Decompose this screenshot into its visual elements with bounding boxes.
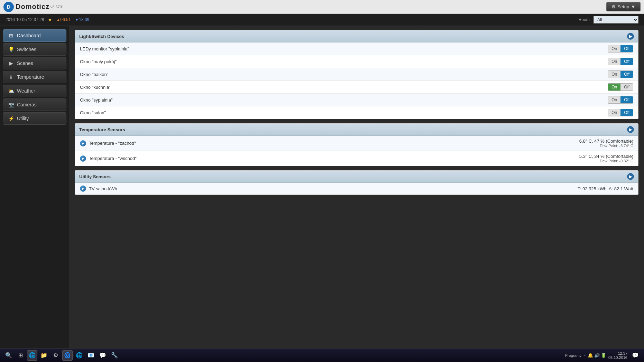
temperature-panel: Temperature Sensors ▶ ▶ Temperatura - "z… [75, 123, 638, 166]
setup-button[interactable]: ⚙ Setup ▼ [606, 2, 641, 11]
chrome-taskbar-button[interactable]: 🌀 [62, 350, 73, 361]
sensor-sub-value: Dew Point: -3.74° C [579, 144, 633, 148]
toggle-group: On Off [608, 83, 633, 91]
sidebar-item-utility[interactable]: ⚡ Utility [3, 112, 66, 125]
programy-label: Programy [565, 353, 582, 358]
sensor-left: ▶ Temperatura - "wschód" [80, 155, 137, 162]
cameras-icon: 📷 [8, 102, 14, 107]
dashboard-icon: ⊞ [8, 33, 14, 38]
taskbar: 🔍 ⊞ 🌐 📁 ⚙ 🌀 🌐 📧 💬 🔧 Programy » 🔔 🔊 🔋 12:… [0, 348, 644, 362]
tray-icons: 🔔 🔊 🔋 [588, 353, 606, 358]
sensor-name: Temperatura - "zachód" [89, 141, 136, 146]
device-name: LEDy monitor "sypialnia" [80, 46, 129, 51]
sensor-status-icon: ▶ [80, 155, 86, 162]
sensor-left: ▶ TV salon-kWh [80, 185, 117, 192]
chevron-down-icon: ▼ [631, 4, 635, 9]
tray-battery-icon: 🔋 [601, 353, 606, 358]
on-button[interactable]: On [608, 84, 620, 90]
toggle-group: On Off [608, 58, 633, 65]
on-button[interactable]: On [608, 109, 620, 116]
room-label: Room: [579, 17, 591, 22]
off-button[interactable]: Off [620, 109, 633, 116]
table-row: ▶ TV salon-kWh T: 92.925 kWh, A: 82.1 Wa… [75, 183, 638, 194]
datetime-bar: 2016-10-05 12:37:28 ★ ▲06:51 ▼18:09 Room… [0, 14, 644, 26]
switches-icon: 💡 [8, 47, 14, 52]
notifications-button[interactable]: 💬 [630, 350, 641, 361]
device-name: Okno "salon" [80, 110, 106, 115]
utility-header: Utility Sensors ▶ [75, 171, 638, 183]
table-row: Okno "balkon" On Off [75, 68, 638, 81]
sensor-main-value: 5.3° C, 34 % (Comfortable) [579, 154, 633, 159]
device-name: Okno "mały pokój" [80, 59, 117, 64]
sidebar-item-label: Cameras [17, 102, 37, 107]
room-dropdown[interactable]: All [594, 16, 638, 23]
temperature-expand-icon[interactable]: ▶ [627, 126, 634, 133]
explorer-taskbar-button[interactable]: 📁 [39, 350, 49, 361]
sidebar-item-label: Weather [17, 88, 35, 94]
outlook-taskbar-button[interactable]: 📧 [86, 350, 96, 361]
search-taskbar-button[interactable]: 🔍 [3, 350, 14, 361]
off-button[interactable]: Off [620, 84, 633, 90]
gear-icon: ⚙ [611, 4, 616, 9]
sensor-left: ▶ Temperatura - "zachód" [80, 140, 136, 146]
sidebar-item-cameras[interactable]: 📷 Cameras [3, 98, 66, 111]
off-button[interactable]: Off [620, 96, 633, 103]
sensor-name: TV salon-kWh [89, 186, 117, 191]
sidebar-item-temperature[interactable]: 🌡 Temperature [3, 71, 66, 83]
app-name: Domoticz [16, 3, 49, 11]
toggle-group: On Off [608, 70, 633, 78]
on-button[interactable]: On [608, 45, 620, 52]
settings-taskbar-button[interactable]: ⚙ [50, 350, 61, 361]
task-view-button[interactable]: ⊞ [15, 350, 26, 361]
light-switch-panel: Light/Switch Devices ▶ LEDy monitor "syp… [75, 30, 638, 119]
temperature-title: Temperature Sensors [79, 127, 125, 132]
sensor-values: T: 92.925 kWh, A: 82.1 Watt [578, 186, 633, 191]
table-row: ▶ Temperatura - "wschód" 5.3° C, 34 % (C… [75, 151, 638, 166]
tool-taskbar-button[interactable]: 🔧 [109, 350, 120, 361]
utility-title: Utility Sensors [79, 174, 111, 179]
star-icon: ★ [48, 17, 52, 22]
device-name: Okno "sypialnia" [80, 97, 113, 103]
clock-time: 12:37 [608, 351, 627, 355]
table-row: Okno "kuchnia" On Off [75, 81, 638, 94]
on-button[interactable]: On [608, 71, 620, 78]
tray-chevron-icon[interactable]: » [583, 353, 586, 357]
device-name: Okno "kuchnia" [80, 85, 111, 90]
off-button[interactable]: Off [620, 71, 633, 78]
table-row: ▶ Temperatura - "zachód" 6.8° C, 47 % (C… [75, 136, 638, 151]
sensor-main-value: 6.8° C, 47 % (Comfortable) [579, 139, 633, 144]
sensor-values: 5.3° C, 34 % (Comfortable) Dew Point: -9… [579, 154, 633, 163]
sidebar-item-switches[interactable]: 💡 Switches [3, 43, 66, 56]
table-row: Okno "mały pokój" On Off [75, 55, 638, 68]
browser2-taskbar-button[interactable]: 🌐 [74, 350, 84, 361]
sidebar-item-label: Utility [17, 116, 29, 121]
utility-expand-icon[interactable]: ▶ [627, 173, 634, 180]
toggle-group: On Off [608, 96, 633, 104]
sidebar-item-label: Dashboard [17, 33, 41, 38]
room-selector: Room: All [579, 16, 638, 23]
on-button[interactable]: On [608, 96, 620, 103]
taskbar-clock: 12:37 05.10.2016 [608, 351, 627, 360]
on-button[interactable]: On [608, 58, 620, 65]
sidebar-item-weather[interactable]: ⛅ Weather [3, 85, 66, 97]
sidebar: ⊞ Dashboard 💡 Switches ▶ Scenes 🌡 Temper… [0, 26, 69, 348]
table-row: Okno "salon" On Off [75, 106, 638, 119]
off-button[interactable]: Off [620, 45, 633, 52]
taskbar-right: Programy » 🔔 🔊 🔋 12:37 05.10.2016 💬 [565, 350, 641, 361]
skype-taskbar-button[interactable]: 💬 [98, 350, 108, 361]
sidebar-item-scenes[interactable]: ▶ Scenes [3, 57, 66, 69]
sidebar-item-dashboard[interactable]: ⊞ Dashboard [3, 29, 66, 42]
sensor-values: 6.8° C, 47 % (Comfortable) Dew Point: -3… [579, 139, 633, 148]
off-button[interactable]: Off [620, 58, 633, 65]
table-row: Okno "sypialnia" On Off [75, 94, 638, 106]
sensor-main-value: T: 92.925 kWh, A: 82.1 Watt [578, 186, 633, 191]
ie-taskbar-button[interactable]: 🌐 [27, 350, 37, 361]
content-area: Light/Switch Devices ▶ LEDy monitor "syp… [69, 26, 644, 348]
sidebar-item-label: Temperature [17, 74, 44, 80]
light-switch-title: Light/Switch Devices [79, 34, 124, 39]
tray-network-icon: 🔔 [588, 353, 593, 358]
sensor-name: Temperatura - "wschód" [89, 156, 137, 161]
device-name: Okno "balkon" [80, 72, 108, 77]
light-switch-expand-icon[interactable]: ▶ [627, 33, 634, 40]
app-version: v3.5731 [50, 5, 64, 9]
